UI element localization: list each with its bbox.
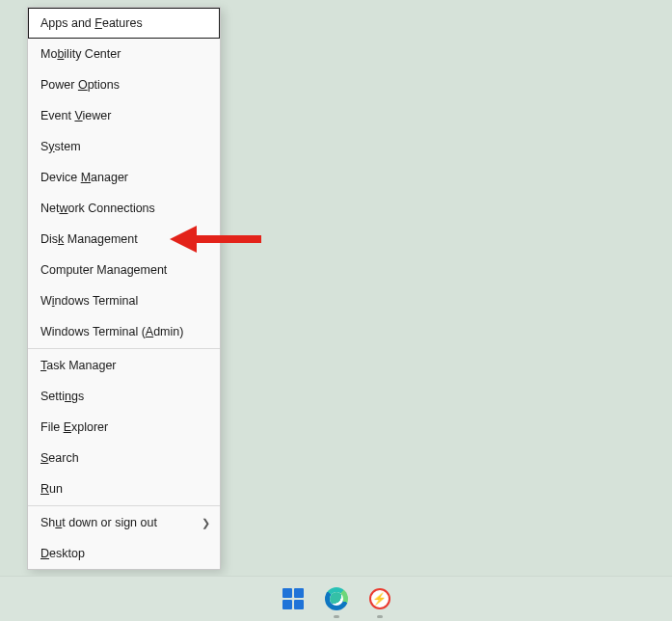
menu-settings[interactable]: Settings <box>28 381 220 412</box>
menu-disk-management[interactable]: Disk Management <box>28 224 220 255</box>
windows-logo-icon <box>282 588 304 609</box>
menu-mobility-center[interactable]: Mobility Center <box>28 39 220 69</box>
menu-shutdown[interactable]: Shut down or sign out❯ <box>28 507 220 538</box>
edge-icon <box>325 587 348 610</box>
menu-system[interactable]: System <box>28 131 220 162</box>
menu-apps-and-features[interactable]: Apps and Features <box>28 8 220 39</box>
bolt-icon: ⚡ <box>369 588 390 609</box>
menu-computer-management[interactable]: Computer Management <box>28 255 220 285</box>
menu-power-options[interactable]: Power Options <box>28 69 220 100</box>
menu-task-manager[interactable]: Task Manager <box>28 350 220 381</box>
winx-menu: Apps and FeaturesMobility CenterPower Op… <box>27 7 221 570</box>
menu-separator <box>28 348 220 349</box>
taskbar: ⚡ <box>0 576 672 621</box>
menu-device-manager[interactable]: Device Manager <box>28 162 220 193</box>
menu-desktop[interactable]: Desktop <box>28 538 220 569</box>
menu-windows-terminal-admin[interactable]: Windows Terminal (Admin) <box>28 316 220 347</box>
menu-search[interactable]: Search <box>28 443 220 473</box>
menu-run[interactable]: Run <box>28 473 220 504</box>
taskbar-app[interactable]: ⚡ <box>366 585 393 612</box>
menu-network-connections[interactable]: Network Connections <box>28 193 220 224</box>
start-button[interactable] <box>280 585 307 612</box>
chevron-right-icon: ❯ <box>202 507 210 538</box>
taskbar-edge[interactable] <box>323 585 350 612</box>
menu-windows-terminal[interactable]: Windows Terminal <box>28 285 220 316</box>
menu-event-viewer[interactable]: Event Viewer <box>28 100 220 131</box>
menu-file-explorer[interactable]: File Explorer <box>28 412 220 443</box>
menu-separator <box>28 505 220 506</box>
